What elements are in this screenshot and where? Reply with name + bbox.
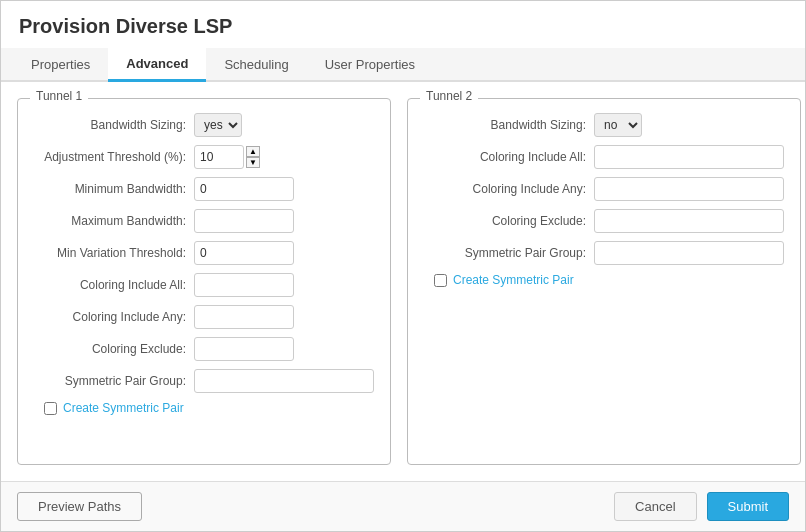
preview-paths-button[interactable]: Preview Paths [17,492,142,521]
tunnel1-bandwidth-sizing-select[interactable]: yes no [194,113,242,137]
tunnel2-coloring-exclude-row: Coloring Exclude: [424,209,784,233]
tunnel1-coloring-include-any-input[interactable] [194,305,294,329]
tunnel1-coloring-include-all-label: Coloring Include All: [34,278,194,292]
tunnel1-coloring-exclude-row: Coloring Exclude: [34,337,374,361]
tunnel1-spinner-down[interactable]: ▼ [246,157,260,168]
tunnel2-coloring-exclude-label: Coloring Exclude: [424,214,594,228]
tunnel1-min-variation-input[interactable] [194,241,294,265]
tab-advanced[interactable]: Advanced [108,48,206,82]
tunnel2-coloring-exclude-input[interactable] [594,209,784,233]
tunnel1-adjustment-threshold-row: Adjustment Threshold (%): ▲ ▼ [34,145,374,169]
tunnel1-min-variation-label: Min Variation Threshold: [34,246,194,260]
tunnel1-minimum-bandwidth-label: Minimum Bandwidth: [34,182,194,196]
cancel-button[interactable]: Cancel [614,492,696,521]
dialog-title: Provision Diverse LSP [1,1,805,48]
main-content: Tunnel 1 Bandwidth Sizing: yes no Adjust… [1,82,805,481]
tunnel2-create-symmetric-checkbox[interactable] [434,274,447,287]
tunnel1-coloring-include-any-row: Coloring Include Any: [34,305,374,329]
tunnel2-coloring-include-all-input[interactable] [594,145,784,169]
tunnel1-adjustment-threshold-spinner: ▲ ▼ [194,145,260,169]
tunnel1-min-variation-row: Min Variation Threshold: [34,241,374,265]
tunnel1-adjustment-threshold-label: Adjustment Threshold (%): [34,150,194,164]
tunnel1-create-symmetric-row: Create Symmetric Pair [34,401,374,415]
tunnel2-create-symmetric-label[interactable]: Create Symmetric Pair [453,273,574,287]
tunnel2-legend: Tunnel 2 [420,89,478,103]
tunnel1-box: Tunnel 1 Bandwidth Sizing: yes no Adjust… [17,98,391,465]
tunnel1-bandwidth-sizing-label: Bandwidth Sizing: [34,118,194,132]
dialog: Provision Diverse LSP Properties Advance… [0,0,806,532]
tunnel1-coloring-include-all-input[interactable] [194,273,294,297]
tunnel1-coloring-include-any-label: Coloring Include Any: [34,310,194,324]
tunnel1-coloring-exclude-input[interactable] [194,337,294,361]
tunnel2-coloring-include-all-row: Coloring Include All: [424,145,784,169]
tunnel1-spinner-buttons: ▲ ▼ [246,146,260,168]
tunnel2-symmetric-pair-group-input[interactable] [594,241,784,265]
tunnel1-adjustment-threshold-input[interactable] [194,145,244,169]
tunnel1-minimum-bandwidth-input[interactable] [194,177,294,201]
tunnel2-bandwidth-sizing-label: Bandwidth Sizing: [424,118,594,132]
tunnel1-maximum-bandwidth-input[interactable] [194,209,294,233]
tunnel1-maximum-bandwidth-row: Maximum Bandwidth: [34,209,374,233]
submit-button[interactable]: Submit [707,492,789,521]
tunnel2-coloring-include-any-row: Coloring Include Any: [424,177,784,201]
tunnel1-symmetric-pair-group-row: Symmetric Pair Group: [34,369,374,393]
tunnel1-symmetric-pair-group-input[interactable] [194,369,374,393]
tunnel1-minimum-bandwidth-row: Minimum Bandwidth: [34,177,374,201]
tunnel2-coloring-include-any-label: Coloring Include Any: [424,182,594,196]
tunnel1-legend: Tunnel 1 [30,89,88,103]
tunnel2-coloring-include-all-label: Coloring Include All: [424,150,594,164]
footer-actions: Cancel Submit [614,492,789,521]
tunnel2-bandwidth-sizing-row: Bandwidth Sizing: yes no [424,113,784,137]
tab-user-properties[interactable]: User Properties [307,48,433,82]
tunnel1-symmetric-pair-group-label: Symmetric Pair Group: [34,374,194,388]
tunnel1-coloring-include-all-row: Coloring Include All: [34,273,374,297]
tunnel1-maximum-bandwidth-label: Maximum Bandwidth: [34,214,194,228]
dialog-footer: Preview Paths Cancel Submit [1,481,805,531]
tunnel1-coloring-exclude-label: Coloring Exclude: [34,342,194,356]
tunnel2-bandwidth-sizing-select[interactable]: yes no [594,113,642,137]
tunnel1-bandwidth-sizing-row: Bandwidth Sizing: yes no [34,113,374,137]
tunnel1-create-symmetric-label[interactable]: Create Symmetric Pair [63,401,184,415]
tunnel2-symmetric-pair-group-row: Symmetric Pair Group: [424,241,784,265]
tab-properties[interactable]: Properties [13,48,108,82]
tunnel2-coloring-include-any-input[interactable] [594,177,784,201]
tunnel1-spinner-up[interactable]: ▲ [246,146,260,157]
tunnel2-box: Tunnel 2 Bandwidth Sizing: yes no Colori… [407,98,801,465]
tab-scheduling[interactable]: Scheduling [206,48,306,82]
tab-bar: Properties Advanced Scheduling User Prop… [1,48,805,82]
tunnel1-create-symmetric-checkbox[interactable] [44,402,57,415]
tunnel2-create-symmetric-row: Create Symmetric Pair [424,273,784,287]
tunnel2-symmetric-pair-group-label: Symmetric Pair Group: [424,246,594,260]
